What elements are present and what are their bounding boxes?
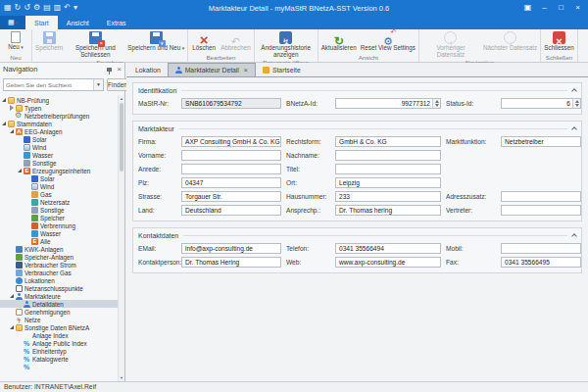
expander-icon[interactable] — [10, 325, 14, 329]
expander-icon[interactable] — [10, 294, 14, 298]
tree-item-eeg-anlagen[interactable]: AEEG-Anlagen — [0, 127, 124, 135]
window-icon[interactable]: ▣ — [520, 2, 535, 14]
schliessen-button[interactable]: Schliessen — [542, 29, 575, 52]
-nderungshistorie-anzeigen-button[interactable]: Änderungshistorie anzeigen — [256, 29, 317, 59]
field-input[interactable]: Dr. Thomas hering — [335, 205, 441, 216]
tree-item-netze[interactable]: Netze — [0, 316, 124, 323]
field-input[interactable]: 0341 35566494 — [335, 243, 441, 254]
tree-item-verbraucher-gas[interactable]: Verbraucher Gas — [0, 269, 124, 276]
app-menu-icon[interactable]: ▦ — [4, 3, 12, 13]
tree-item-einheitentyp[interactable]: Einheitentyp — [0, 347, 124, 355]
field-input[interactable] — [335, 150, 441, 161]
tree-item-detaildaten[interactable]: Detaildaten — [0, 300, 124, 308]
spinner-buttons[interactable] — [572, 99, 580, 108]
collapse-chevron-icon[interactable] — [571, 88, 577, 94]
tree-item-lokationen[interactable]: Lokationen — [0, 276, 124, 284]
speichern-und-schliessen-button[interactable]: Speichern und Schliessen — [65, 29, 125, 59]
field-input[interactable]: Deutschland — [181, 205, 281, 216]
expander-icon[interactable] — [10, 129, 14, 133]
tree-item-netzanschlusspunkte[interactable]: Netzanschlusspunkte — [0, 284, 124, 292]
gear-icon[interactable]: ⚙ — [33, 3, 40, 13]
tree-item-nb-pr-fung[interactable]: NB-Prüfung — [0, 96, 124, 104]
tree-item-marktakteure[interactable]: Marktakteure — [0, 292, 124, 300]
field-input[interactable]: 233 — [335, 191, 441, 202]
field-input[interactable]: Netzbetreiber — [501, 136, 581, 147]
field-input[interactable]: AXP Consulting GmbH & Co. KG — [181, 136, 281, 147]
tree-item-katalogwerte[interactable]: Katalogwerte — [0, 355, 124, 363]
tree-item-solar[interactable]: Solar — [0, 174, 124, 182]
find-button[interactable]: Finden — [107, 78, 128, 91]
speichern-und-neu-button[interactable]: Speichern und Neu ▾ — [125, 29, 186, 52]
tree-scrollbar[interactable]: ▲▼ — [118, 95, 124, 381]
scroll-up-icon[interactable]: ▲ — [119, 95, 124, 102]
expander-icon[interactable] — [2, 98, 6, 102]
aktualisieren-button[interactable]: Aktualisieren — [319, 29, 359, 52]
reset-view-settings-button[interactable]: Reset View Settings — [359, 29, 417, 52]
save-close-icon[interactable]: ▥ — [54, 3, 62, 13]
field-input[interactable]: GmbH & Co. KG — [335, 136, 441, 147]
app-menu-button[interactable]: ▦▾ — [0, 16, 25, 29]
expander-icon[interactable] — [18, 169, 22, 172]
undo-icon[interactable]: ↶ — [64, 3, 71, 13]
field-input[interactable]: Dr. Thomas Hering — [181, 257, 281, 268]
ribbon-tab-start[interactable]: Start — [25, 16, 58, 29]
tree-item-speicher-anlagen[interactable]: Speicher-Anlagen — [0, 253, 124, 261]
collapse-chevron-icon[interactable] — [571, 233, 577, 239]
doc-tab-lokation[interactable]: Lokation — [128, 63, 168, 76]
save-icon[interactable]: ▤ — [43, 3, 51, 13]
tree-item-netzbetreiberpr-fungen[interactable]: Netzbetreiberprüfungen — [0, 112, 124, 120]
tree-item-alle[interactable]: EAlle — [0, 237, 124, 245]
field-input[interactable]: 99277312 — [335, 98, 441, 109]
field-input[interactable]: 0341 35566495 — [501, 257, 581, 268]
spin-up-icon[interactable] — [435, 100, 439, 103]
collapse-chevron-icon[interactable] — [571, 126, 577, 132]
field-input[interactable]: 04347 — [181, 177, 281, 188]
close-icon[interactable]: × — [244, 67, 248, 74]
refresh-icon[interactable]: ↻ — [15, 3, 22, 13]
scroll-down-icon[interactable]: ▼ — [119, 374, 124, 381]
tree-item-anlage-index[interactable]: Anlage Index — [0, 331, 124, 339]
ribbon-tab-extras[interactable]: Extras — [98, 16, 135, 29]
field-input[interactable]: SNB610679534792 — [181, 98, 281, 109]
field-input[interactable] — [501, 205, 581, 216]
spin-down-icon[interactable] — [575, 104, 579, 107]
field-input[interactable] — [335, 164, 441, 174]
spin-down-icon[interactable] — [435, 104, 439, 107]
minimize-button[interactable]: – — [537, 2, 552, 14]
tree-item-sonstige[interactable]: Sonstige — [0, 159, 124, 167]
expander-icon[interactable] — [10, 105, 14, 111]
neu-button[interactable]: Neu ▾ — [1, 29, 30, 51]
l-schen-button[interactable]: Löschen — [189, 29, 219, 52]
field-input[interactable]: info@axp-consulting.de — [181, 243, 281, 254]
tree-item-netzersatz[interactable]: Netzersatz — [0, 198, 124, 206]
pin-icon[interactable] — [107, 68, 112, 72]
scroll-thumb[interactable] — [120, 103, 123, 172]
tree-item-solar[interactable]: Solar — [0, 135, 124, 143]
field-input[interactable]: www.axp-consulting.de — [335, 257, 441, 268]
tree-item-anlage-public-index[interactable]: Anlage Public Index — [0, 339, 124, 347]
doc-tab-startseite[interactable]: Startseite — [256, 63, 308, 76]
spin-up-icon[interactable] — [575, 100, 579, 103]
doc-tab-marktakteur-detail[interactable]: Marktakteur Detail× — [168, 63, 256, 76]
field-input[interactable] — [501, 243, 581, 254]
close-button[interactable]: × — [570, 2, 585, 14]
undo-circle-icon[interactable]: ↺ — [24, 3, 30, 13]
tree-item-gas[interactable]: Gas — [0, 190, 124, 198]
tree-item-erzeugungseinheiten[interactable]: EErzeugungseinheiten — [0, 167, 124, 174]
tree-item-wasser[interactable]: Wasser — [0, 229, 124, 237]
field-input[interactable] — [181, 164, 281, 174]
spinner-buttons[interactable] — [432, 99, 440, 108]
ribbon-tab-ansicht[interactable]: Ansicht — [58, 16, 98, 29]
tree-item-verbraucher-strom[interactable]: Verbraucher Strom — [0, 261, 124, 269]
tree-item-kwk-anlagen[interactable]: KWK-Anlagen — [0, 245, 124, 253]
field-input[interactable] — [181, 150, 281, 161]
field-input[interactable]: Torgauer Str. — [181, 191, 281, 202]
tree-item-wasser[interactable]: Wasser — [0, 151, 124, 159]
expander-icon[interactable] — [2, 122, 6, 125]
close-icon[interactable]: × — [117, 66, 122, 74]
field-input[interactable]: 6 — [501, 98, 581, 109]
tree-item-wind[interactable]: Wind — [0, 143, 124, 151]
field-input[interactable]: Leipzig — [335, 177, 441, 188]
search-input[interactable] — [4, 79, 93, 90]
tree-item-stammdaten[interactable]: Stammdaten — [0, 120, 124, 127]
